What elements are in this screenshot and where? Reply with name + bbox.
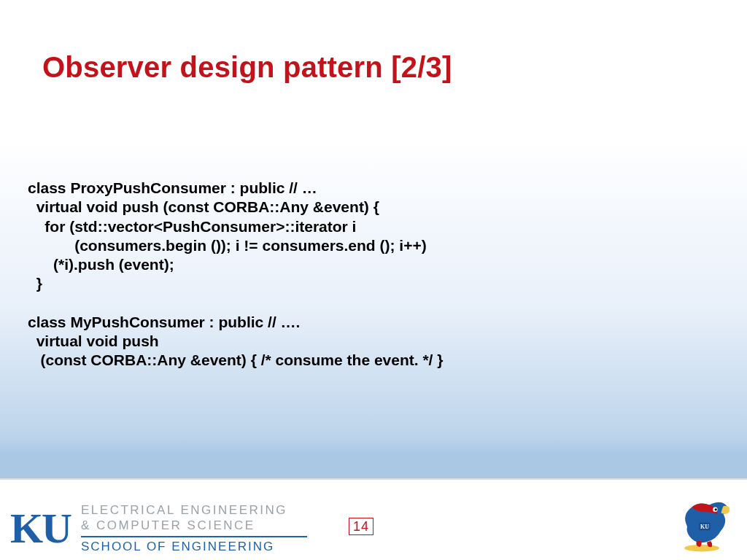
ku-logo: KU (10, 510, 71, 548)
department-block: ELECTRICAL ENGINEERING & COMPUTER SCIENC… (81, 503, 307, 554)
footer-branding: KU ELECTRICAL ENGINEERING & COMPUTER SCI… (10, 503, 307, 554)
svg-point-0 (684, 545, 719, 552)
dept-line-1: ELECTRICAL ENGINEERING (81, 503, 307, 518)
slide-title: Observer design pattern [2/3] (42, 51, 452, 84)
dept-line-2: & COMPUTER SCIENCE (81, 518, 307, 533)
svg-point-2 (715, 508, 717, 510)
ku-logo-text: KU (10, 510, 71, 548)
jayhawk-icon: KU (676, 494, 734, 553)
svg-text:KU: KU (700, 524, 709, 530)
page-number: 14 (349, 518, 374, 535)
dept-divider (81, 536, 307, 537)
school-name: SCHOOL OF ENGINEERING (81, 540, 307, 554)
code-block: class ProxyPushConsumer : public // … vi… (28, 179, 443, 370)
slide: Observer design pattern [2/3] class Prox… (0, 0, 747, 560)
